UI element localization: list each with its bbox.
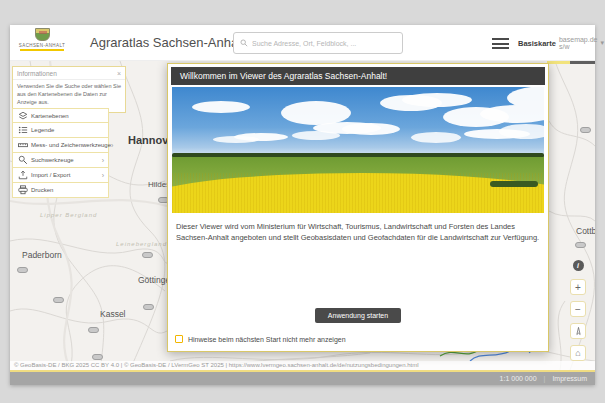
menu-hamburger-icon[interactable] <box>492 38 509 52</box>
brand-stripe-dark <box>570 61 595 64</box>
search-tools-icon <box>17 155 28 166</box>
map-attribution: © GeoBasis-DE / BKG 2025 CC BY 4.0 | © G… <box>10 361 595 370</box>
cloud-graphic <box>402 93 472 107</box>
rapeseed-field-photo <box>172 87 544 213</box>
road-shield <box>575 242 586 248</box>
home-button[interactable]: ⌂ <box>570 345 586 361</box>
app-window: SACHSEN-ANHALT Agraratlas Sachsen-Anhalt… <box>10 25 595 385</box>
menu-item-legende[interactable]: Legende <box>12 123 109 138</box>
import-export-icon <box>17 170 28 181</box>
menu-item-drucken[interactable]: Drucken <box>12 183 109 198</box>
start-application-button[interactable]: Anwendung starten <box>315 308 401 323</box>
footer-divider: | <box>544 375 546 382</box>
close-icon[interactable]: × <box>117 70 121 77</box>
printer-icon <box>17 185 28 196</box>
menu-item-mess-zeichenwerkzeuge[interactable]: Mess- und Zeichenwerkzeuge › <box>12 138 109 153</box>
search-box[interactable] <box>233 32 403 54</box>
logo-text: SACHSEN-ANHALT <box>18 43 66 48</box>
dialog-text: Dieser Viewer wird vom Ministerium für W… <box>168 213 548 244</box>
map-label-lipper-bergland: Lipper Bergland <box>40 212 97 218</box>
tool-menu: Kartenebenen Legende Mess- und Zeichenwe… <box>12 108 109 198</box>
state-logo: SACHSEN-ANHALT <box>18 28 66 51</box>
map-label-kassel: Kassel <box>100 309 126 319</box>
ruler-icon <box>17 140 28 151</box>
header: SACHSEN-ANHALT Agraratlas Sachsen-Anhalt… <box>10 25 595 61</box>
info-panel-title: Informationen <box>17 70 57 77</box>
road-shield <box>88 327 99 333</box>
footer-bar: 1:1 000 000 | Impressum <box>10 372 595 385</box>
brand-stripe-yellow <box>547 61 570 64</box>
yellow-field-graphic <box>172 173 544 213</box>
info-icon: i <box>573 260 584 271</box>
zoom-out-button[interactable]: − <box>570 301 586 317</box>
road-shield <box>53 297 64 303</box>
menu-item-import-export[interactable]: Import / Export › <box>12 168 109 183</box>
layers-icon <box>17 110 28 121</box>
road-shield <box>143 304 154 310</box>
dialog-title: Willkommen im Viewer des Agraratlas Sach… <box>171 67 545 85</box>
welcome-dialog: Willkommen im Viewer des Agraratlas Sach… <box>167 63 549 352</box>
map-canvas[interactable]: Hannover Hildesheim Paderborn Kassel Göt… <box>10 61 595 370</box>
road-shield <box>580 127 591 133</box>
legend-list-icon <box>17 125 28 136</box>
info-panel: Informationen × Verwenden Sie die Suche … <box>12 66 126 113</box>
basemap-label: Basiskarte <box>518 39 556 48</box>
map-controls: i + − ⌂ <box>570 257 587 367</box>
chevron-down-icon: ▾ <box>600 39 604 47</box>
search-input[interactable] <box>252 40 396 47</box>
road-shield <box>142 252 153 258</box>
cloud-graphic <box>192 101 250 113</box>
dont-show-again-label: Hinweise beim nächsten Start nicht mehr … <box>188 336 346 343</box>
chevron-right-icon: › <box>102 172 104 179</box>
dont-show-again-checkbox[interactable] <box>175 335 183 343</box>
cloud-graphic <box>292 131 340 140</box>
chevron-right-icon: › <box>102 157 104 164</box>
coat-of-arms-icon <box>35 28 50 41</box>
info-button[interactable]: i <box>570 257 586 273</box>
map-scale: 1:1 000 000 <box>500 375 537 382</box>
basemap-value: basemap.de s/w <box>559 36 598 50</box>
bushes-graphic <box>490 181 538 187</box>
chevron-right-icon: › <box>111 142 113 149</box>
menu-item-suchwerkzeuge[interactable]: Suchwerkzeuge › <box>12 153 109 168</box>
impressum-link[interactable]: Impressum <box>552 375 587 382</box>
road-shield <box>17 267 28 273</box>
menu-item-kartenebenen[interactable]: Kartenebenen <box>12 108 109 123</box>
map-label-paderborn: Paderborn <box>22 250 62 260</box>
locate-needle-icon <box>574 327 583 336</box>
page-title: Agraratlas Sachsen-Anhalt <box>90 25 245 61</box>
road-shield <box>92 354 103 360</box>
zoom-in-button[interactable]: + <box>570 279 586 295</box>
map-label-cottbus: Cottbus <box>576 226 595 236</box>
geolocate-button[interactable] <box>570 323 586 339</box>
basemap-selector[interactable]: Basiskarte basemap.de s/w ▾ <box>518 25 604 61</box>
logo-underline <box>20 49 64 51</box>
map-label-leinebergland: Leinebergland <box>116 241 167 247</box>
search-icon <box>240 39 248 47</box>
